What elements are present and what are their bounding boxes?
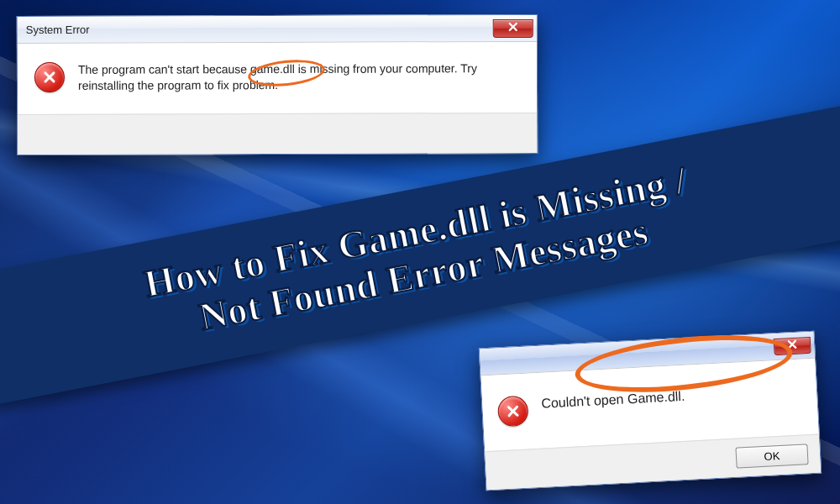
- error-icon: [34, 62, 65, 92]
- couldnt-open-dialog: Couldn't open Game.dll. OK: [479, 331, 822, 491]
- dialog-message: The program can't start because game.dll…: [78, 60, 518, 94]
- dialog-footer: [18, 113, 537, 155]
- ok-button[interactable]: OK: [735, 444, 808, 468]
- dialog-title: [489, 347, 774, 362]
- titlebar[interactable]: System Error: [18, 15, 537, 44]
- dialog-message: Couldn't open Game.dll.: [541, 387, 686, 425]
- close-icon: [787, 339, 798, 353]
- error-icon: [497, 396, 529, 428]
- close-button[interactable]: [493, 18, 533, 37]
- close-icon: [508, 22, 518, 34]
- close-button[interactable]: [774, 336, 811, 354]
- dialog-title: System Error: [26, 22, 493, 36]
- system-error-dialog: System Error The program can't start bec…: [17, 14, 538, 155]
- dialog-body: The program can't start because game.dll…: [18, 42, 537, 114]
